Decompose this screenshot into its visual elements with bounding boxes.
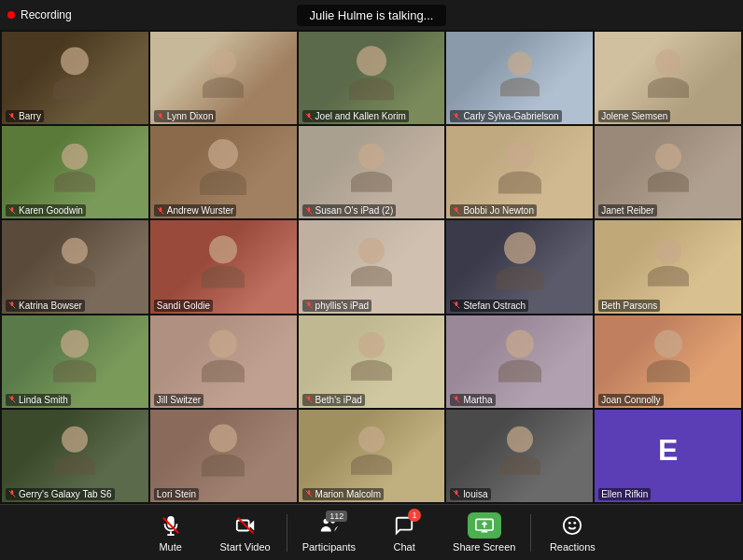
video-tile-beths[interactable]: Beth's iPad (299, 315, 445, 408)
participant-name: Barry (19, 111, 41, 121)
muted-icon (305, 113, 313, 120)
video-tile-linda[interactable]: Linda Smith (2, 315, 148, 408)
participant-name-label: Sandi Goldie (154, 300, 213, 312)
participant-name: Ellen Rifkin (601, 489, 648, 499)
participant-name-label: Katrina Bowser (6, 300, 85, 312)
video-tile-joan[interactable]: Joan Connolly (595, 315, 741, 408)
video-tile-lori[interactable]: Lori Stein (150, 410, 297, 502)
mute-button[interactable]: Mute (133, 507, 208, 558)
participant-name: Bobbi Jo Newton (463, 205, 534, 216)
chat-button[interactable]: 1 Chat (367, 507, 442, 558)
participant-name-label: Lynn Dixon (154, 110, 217, 122)
mute-icon (158, 512, 184, 539)
video-tile-gerry[interactable]: Gerry's Galaxy Tab S6 (2, 410, 148, 502)
participant-avatar (351, 332, 392, 381)
video-tile-louisa[interactable]: louisa (446, 410, 593, 502)
video-tile-sandi[interactable]: Sandi Goldie (150, 220, 297, 313)
participant-avatar (648, 49, 689, 97)
participant-name: Jill Switzer (157, 395, 201, 405)
video-tile-phyllis[interactable]: phyllis's iPad (299, 220, 445, 313)
participant-name: Joan Connolly (601, 395, 660, 405)
participant-name: Martha (463, 395, 492, 405)
chat-badge: 1 (408, 509, 421, 522)
participant-name-label: Barry (6, 110, 44, 122)
video-tile-carly[interactable]: Carly Sylva-Gabrielson (446, 32, 593, 124)
muted-icon (305, 207, 313, 215)
participant-name: Lynn Dixon (167, 111, 214, 121)
participant-name: Gerry's Galaxy Tab S6 (19, 489, 112, 499)
participant-avatar (200, 139, 246, 195)
participant-avatar (351, 238, 392, 287)
participant-name: Jolene Siemsen (601, 111, 667, 121)
participant-avatar (53, 330, 96, 383)
participant-name: Susan O's iPad (2) (315, 205, 394, 216)
participant-name: Beth's iPad (315, 395, 362, 405)
participant-avatar (54, 427, 95, 475)
video-tile-stefan[interactable]: Stefan Ostrach (446, 220, 593, 313)
participants-icon: 112 (315, 512, 342, 539)
participant-name: Stefan Ostrach (463, 301, 526, 311)
participant-name: Joel and Kallen Korim (315, 111, 406, 121)
video-tile-joel[interactable]: Joel and Kallen Korim (299, 32, 445, 124)
video-tile-beth[interactable]: Beth Parsons (595, 220, 741, 313)
start-video-button[interactable]: Start Video (208, 507, 283, 558)
participant-name: Sandi Goldie (157, 301, 210, 311)
muted-icon (157, 113, 164, 120)
video-tile-martha[interactable]: Martha (446, 315, 593, 408)
participant-avatar (648, 238, 689, 287)
participants-button[interactable]: 112 Participants (291, 507, 367, 558)
share-screen-label: Share Screen (453, 541, 515, 553)
participant-avatar (499, 427, 540, 475)
participant-name-label: phyllis's iPad (302, 300, 372, 312)
reactions-button[interactable]: Reactions (535, 507, 610, 558)
participant-avatar (500, 51, 540, 96)
video-grid: BarryLynn DixonJoel and Kallen KorimCarl… (0, 30, 743, 504)
participant-avatar (496, 232, 544, 290)
muted-icon (8, 113, 16, 120)
video-tile-bobbi[interactable]: Bobbi Jo Newton (446, 126, 593, 218)
share-screen-button[interactable]: Share Screen (442, 507, 526, 558)
muted-icon (453, 113, 460, 120)
participant-name-label: Beth's iPad (302, 394, 365, 406)
participant-avatar (202, 425, 245, 477)
participant-avatar (53, 47, 96, 99)
participant-name: Carly Sylva-Gabrielson (463, 111, 558, 121)
recording-dot (7, 11, 15, 19)
reactions-icon (559, 512, 585, 539)
video-tile-andrew[interactable]: Andrew Wurster (150, 126, 297, 218)
video-tile-karen[interactable]: Karen Goodwin (2, 126, 148, 218)
video-icon (232, 512, 259, 539)
participants-count: 112 (326, 511, 347, 522)
participant-name-label: Beth Parsons (598, 300, 660, 312)
participant-name: phyllis's iPad (315, 301, 370, 311)
participant-initial: E (640, 422, 696, 478)
participant-name-label: Gerry's Galaxy Tab S6 (6, 488, 115, 500)
video-tile-marion[interactable]: Marion Malcolm (299, 410, 445, 502)
participant-name-label: Janet Reiber (598, 204, 657, 217)
video-tile-janet[interactable]: Janet Reiber (595, 126, 741, 218)
muted-icon (8, 301, 16, 309)
participant-avatar (202, 235, 245, 287)
video-tile-ellen[interactable]: EEllen Rifkin (595, 410, 741, 502)
muted-icon (305, 396, 313, 403)
participant-name: Lori Stein (157, 489, 196, 499)
video-tile-jill[interactable]: Jill Switzer (150, 315, 297, 408)
speaker-banner: Julie Hulme is talking... (297, 5, 447, 26)
participant-avatar (54, 238, 95, 287)
video-tile-lynn[interactable]: Lynn Dixon (150, 32, 297, 124)
video-tile-jolene[interactable]: Jolene Siemsen (595, 32, 741, 124)
participant-name: Katrina Bowser (19, 301, 82, 311)
participant-name-label: Jolene Siemsen (598, 110, 670, 122)
video-label: Start Video (220, 541, 271, 553)
muted-icon (305, 490, 313, 497)
muted-icon (453, 301, 460, 309)
video-tile-katrina[interactable]: Katrina Bowser (2, 220, 148, 313)
participant-name: Marion Malcolm (315, 489, 382, 499)
video-tile-barry[interactable]: Barry (2, 32, 148, 124)
participant-name-label: Ellen Rifkin (598, 488, 651, 500)
participant-name: Karen Goodwin (19, 205, 83, 216)
video-tile-susan[interactable]: Susan O's iPad (2) (299, 126, 445, 218)
participant-avatar (498, 330, 541, 383)
participant-avatar (349, 46, 394, 100)
svg-point-29 (564, 517, 581, 534)
